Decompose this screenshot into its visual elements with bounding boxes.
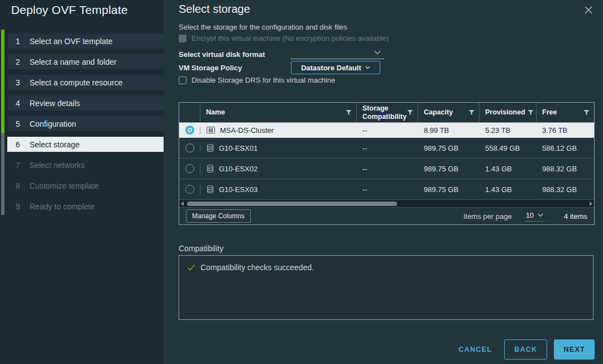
row-radio-cell[interactable] [179, 138, 200, 158]
step-number: 9 [12, 202, 23, 211]
storage-policy-value: Datastore Default [301, 64, 361, 72]
items-per-page-select[interactable]: 10 [524, 210, 545, 222]
disable-drs-checkbox[interactable] [179, 76, 186, 84]
step-number: 6 [12, 140, 23, 149]
row-free-cell: 3.76 TB [537, 123, 594, 137]
sidebar-step-select-compute-resource[interactable]: 3 Select a compute resource [7, 75, 164, 90]
filter-icon[interactable] [583, 109, 590, 116]
row-radio-cell[interactable] [179, 179, 200, 199]
row-storage-compat-cell: -- [357, 138, 418, 158]
sidebar-step-select-name-folder[interactable]: 2 Select a name and folder [7, 54, 164, 69]
step-number: 5 [12, 119, 23, 128]
compatibility-message: Compatibility checks succeeded. [200, 263, 314, 272]
datastore-name: G10-ESX01 [219, 144, 257, 152]
row-name-cell[interactable]: G10-ESX02 [200, 159, 357, 179]
scrollbar-thumb[interactable] [187, 202, 397, 206]
header-cell-name[interactable]: Name [200, 103, 357, 122]
row-capacity-cell: 8.99 TB [418, 123, 480, 137]
radio-unselected[interactable] [185, 185, 194, 194]
sidebar-step-configuration[interactable]: 5 Configuration [7, 116, 164, 131]
radio-unselected[interactable] [185, 143, 194, 152]
datastore-name: G10-ESX02 [219, 165, 257, 173]
header-cell-capacity[interactable]: Capacity [418, 103, 480, 122]
row-provisioned-cell: 1.43 GB [480, 179, 537, 199]
row-name-cell[interactable]: MSA-DS-Cluster [200, 123, 357, 137]
items-per-page-label: Items per page [463, 212, 512, 221]
datagrid-footer: Manage Columns Items per page 10 4 items [179, 208, 594, 224]
items-per-page-value: 10 [526, 211, 534, 219]
filter-icon[interactable] [346, 109, 352, 116]
step-label: Select a name and folder [30, 58, 117, 66]
wizard-sidebar: Deploy OVF Template 1 Select an OVF temp… [0, 0, 164, 364]
compatibility-label: Compatibility [179, 244, 223, 253]
datastore-cluster-icon [206, 126, 216, 135]
row-capacity-cell: 989.75 GB [418, 138, 480, 158]
row-capacity-cell: 989.75 GB [418, 179, 480, 199]
row-provisioned-cell: 558.49 GB [480, 138, 537, 158]
table-row-g10-esx01[interactable]: G10-ESX01 -- 989.75 GB 558.49 GB 586.12 … [179, 138, 594, 159]
header-cell-free[interactable]: Free [537, 103, 594, 122]
row-provisioned-cell: 1.43 GB [480, 159, 537, 179]
progress-rail-completed [1, 30, 4, 133]
step-label: Select networks [30, 161, 85, 170]
chevron-down-icon [365, 66, 370, 69]
row-name-cell[interactable]: G10-ESX03 [200, 179, 357, 199]
table-row-msa-ds-cluster[interactable]: MSA-DS-Cluster -- 8.99 TB 5.23 TB 3.76 T… [179, 123, 594, 138]
progress-rail-remaining [1, 133, 4, 215]
step-number: 8 [12, 181, 23, 190]
row-name-cell[interactable]: G10-ESX01 [200, 138, 357, 158]
column-label: Storage Compatibility [362, 104, 405, 121]
storage-datagrid: Name Storage Compatibility Capacity Prov… [179, 102, 595, 225]
step-label: Configuration [30, 119, 76, 128]
sidebar-step-customize-template: 8 Customize template [7, 178, 164, 193]
chevron-down-icon [538, 213, 543, 217]
compatibility-panel: Compatibility checks succeeded. [179, 255, 594, 320]
step-label: Select a compute resource [30, 78, 123, 87]
step-number: 7 [12, 161, 23, 170]
encrypt-vm-checkbox [179, 35, 186, 42]
table-row-g10-esx02[interactable]: G10-ESX02 -- 989.75 GB 1.43 GB 988.32 GB [179, 159, 594, 179]
step-label: Select an OVF template [30, 37, 113, 46]
next-button[interactable]: NEXT [554, 339, 595, 360]
filter-icon[interactable] [528, 109, 534, 116]
scroll-left-icon[interactable] [181, 202, 184, 206]
wizard-action-bar: CANCEL BACK NEXT [458, 339, 595, 360]
radio-selected[interactable] [185, 126, 194, 135]
row-free-cell: 988.32 GB [537, 179, 594, 199]
step-label: Customize template [30, 181, 99, 190]
manage-columns-button[interactable]: Manage Columns [186, 209, 251, 223]
datastore-icon [206, 185, 214, 194]
column-label: Capacity [424, 108, 453, 116]
close-icon[interactable] [584, 6, 593, 15]
scroll-right-icon[interactable] [590, 202, 592, 206]
disk-format-select[interactable] [290, 46, 384, 59]
header-cell-storage-compatibility[interactable]: Storage Compatibility [357, 103, 418, 122]
cancel-button[interactable]: CANCEL [458, 346, 492, 353]
table-row-g10-esx03[interactable]: G10-ESX03 -- 989.75 GB 1.43 GB 988.32 GB [179, 179, 594, 200]
header-cell-provisioned[interactable]: Provisioned [480, 103, 537, 122]
row-radio-cell[interactable] [179, 159, 200, 179]
row-free-cell: 586.12 GB [537, 138, 594, 158]
column-label: Name [206, 108, 225, 116]
step-label: Review details [30, 99, 80, 108]
datastore-icon [206, 143, 214, 152]
disable-drs-checkbox-row[interactable]: Disable Storage DRS for this virtual mac… [179, 76, 335, 84]
filter-icon[interactable] [468, 109, 475, 116]
column-label: Free [542, 108, 557, 116]
radio-unselected[interactable] [185, 164, 194, 173]
row-radio-cell[interactable] [179, 123, 200, 137]
select-storage-pane: Select storage Select the storage for th… [164, 0, 603, 364]
storage-policy-dropdown[interactable]: Datastore Default [291, 61, 380, 74]
sidebar-step-review-details[interactable]: 4 Review details [7, 95, 164, 111]
back-button[interactable]: BACK [504, 339, 547, 360]
row-provisioned-cell: 5.23 TB [480, 123, 537, 137]
disk-format-label: Select virtual disk format [179, 50, 265, 59]
page-subtitle: Select the storage for the configuration… [179, 23, 347, 31]
horizontal-scrollbar[interactable] [179, 200, 594, 208]
sidebar-step-select-ovf-template[interactable]: 1 Select an OVF template [7, 33, 164, 49]
step-number: 4 [12, 99, 23, 108]
row-capacity-cell: 989.75 GB [418, 159, 480, 179]
sidebar-step-select-networks: 7 Select networks [7, 157, 164, 173]
sidebar-step-select-storage[interactable]: 6 Select storage [7, 137, 164, 152]
filter-icon[interactable] [407, 109, 413, 116]
